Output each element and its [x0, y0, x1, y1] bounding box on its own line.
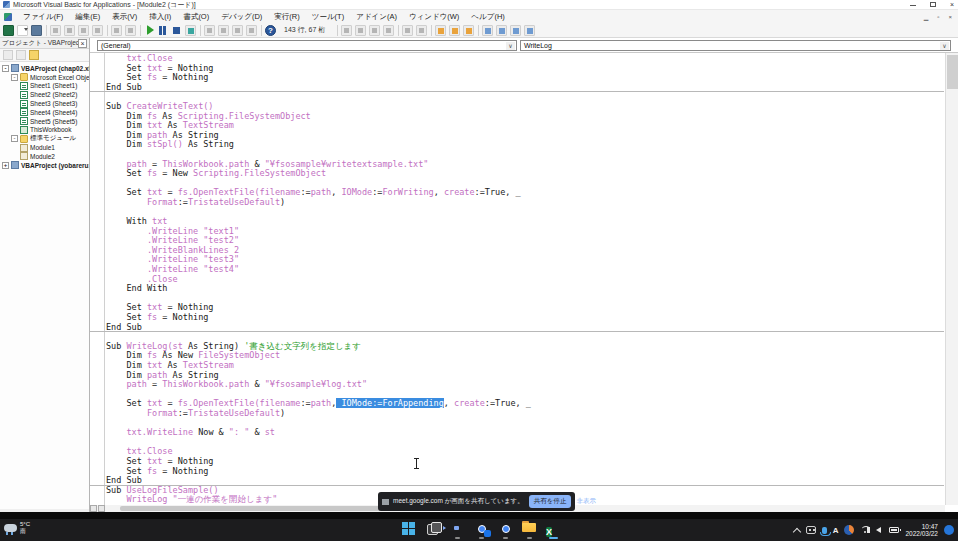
bookmark-next-icon[interactable] — [496, 25, 507, 36]
code-line[interactable] — [106, 208, 944, 218]
file-explorer-button[interactable] — [522, 521, 537, 536]
menu-item[interactable]: 挿入(I) — [143, 10, 177, 23]
design-mode-icon[interactable] — [185, 25, 196, 36]
child-restore-button[interactable]: ▫ — [937, 14, 939, 20]
cut-icon[interactable] — [50, 25, 61, 36]
outdent-icon[interactable] — [416, 25, 427, 36]
code-editor[interactable]: txt.Close Set txt = Nothing Set fs = Not… — [90, 53, 945, 505]
code-line[interactable]: End With — [106, 284, 944, 294]
code-line[interactable]: .WriteLine "test4" — [106, 265, 944, 275]
procedure-dropdown[interactable]: WriteLog ∨ — [520, 40, 951, 51]
ime-mode-indicator[interactable]: A — [833, 526, 839, 535]
find-icon[interactable] — [92, 25, 103, 36]
taskbar-clock[interactable]: 10:47 2022/03/22 — [905, 523, 938, 538]
menu-item[interactable]: アドイン(A) — [350, 10, 403, 23]
hide-button[interactable]: 非表示 — [576, 497, 596, 506]
tree-item-vbaproject-chap02-xl[interactable]: -VBAProject (chap02.xl — [0, 64, 89, 73]
tree-item-vbaproject-yobareru[interactable]: +VBAProject (yobareru: — [0, 161, 89, 170]
tree-item-[interactable]: -標準モジュール — [0, 134, 89, 143]
restore-button[interactable] — [930, 0, 936, 10]
menu-item[interactable]: 表示(V) — [106, 10, 143, 23]
code-line[interactable]: Set fs = Nothing — [106, 467, 944, 477]
indent-icon[interactable] — [402, 25, 413, 36]
code-line[interactable]: Dim stSpl() As String — [106, 140, 944, 150]
paste-icon[interactable] — [78, 25, 89, 36]
uncomment-block-icon[interactable] — [463, 25, 474, 36]
tree-item-thisworkbook[interactable]: ThisWorkbook — [0, 126, 89, 135]
code-line[interactable]: Set fs = Nothing — [106, 313, 944, 323]
taskbar-weather-widget[interactable]: 5°C 雨 — [4, 521, 30, 535]
project-explorer-icon[interactable] — [204, 25, 215, 36]
code-line[interactable]: Dim txt As TextStream — [106, 121, 944, 131]
chat-app-button[interactable] — [450, 521, 465, 536]
menu-item[interactable]: 書式(O) — [177, 10, 215, 23]
child-close-button[interactable]: × — [948, 14, 952, 20]
toolbox-icon[interactable] — [246, 25, 257, 36]
code-line[interactable]: txt.WriteLine Now & ": " & st — [106, 428, 944, 438]
tree-item-sheet2-sheet2[interactable]: Sheet2 (Sheet2) — [0, 90, 89, 99]
chrome-sharing-button[interactable] — [474, 521, 489, 536]
code-line[interactable] — [106, 294, 944, 304]
menu-item[interactable]: ファイル(F) — [17, 10, 69, 23]
collapse-icon[interactable]: - — [11, 135, 18, 142]
battery-icon[interactable] — [889, 527, 899, 533]
code-margin[interactable] — [90, 53, 105, 505]
start-button[interactable] — [402, 521, 417, 536]
bookmark-prev-icon[interactable] — [510, 25, 521, 36]
quick-info-icon[interactable] — [355, 25, 366, 36]
code-line[interactable]: Dim txt As TextStream — [106, 361, 944, 371]
notification-badge[interactable] — [944, 525, 954, 535]
tray-browser-icon[interactable] — [844, 525, 854, 535]
tree-item-sheet3-sheet3[interactable]: Sheet3 (Sheet3) — [0, 99, 89, 108]
toggle-breakpoint-icon[interactable] — [435, 25, 446, 36]
bookmark-toggle-icon[interactable] — [482, 25, 493, 36]
split-view-button[interactable] — [90, 505, 97, 512]
vertical-scrollbar-thumb[interactable] — [947, 55, 958, 89]
save-icon[interactable] — [31, 25, 42, 36]
parameter-info-icon[interactable] — [369, 25, 380, 36]
task-view-button[interactable] — [426, 521, 441, 536]
menu-item[interactable]: ウィンドウ(W) — [403, 10, 465, 23]
tree-item-sheet1-sheet1[interactable]: Sheet1 (Sheet1) — [0, 82, 89, 91]
close-button[interactable]: × — [950, 0, 954, 10]
menu-item[interactable]: ツール(T) — [306, 10, 350, 23]
break-icon[interactable] — [157, 25, 168, 36]
microphone-icon[interactable] — [822, 527, 827, 534]
collapse-icon[interactable]: - — [11, 74, 18, 81]
code-line[interactable]: Set fs = Nothing — [106, 73, 944, 83]
code-line[interactable]: Set txt = Nothing — [106, 303, 944, 313]
object-dropdown[interactable]: (General) ∨ — [97, 40, 517, 51]
stop-sharing-button[interactable]: 共有を停止 — [529, 495, 572, 508]
menu-item[interactable]: 編集(E) — [69, 10, 106, 23]
code-line[interactable]: txt.Close — [106, 54, 944, 64]
properties-window-icon[interactable] — [218, 25, 229, 36]
excel-button[interactable]: X — [546, 521, 561, 536]
code-line[interactable]: Format:=TristateUseDefault) — [106, 409, 944, 419]
expand-icon[interactable]: + — [2, 162, 9, 169]
list-properties-icon[interactable] — [341, 25, 352, 36]
code-line[interactable] — [106, 438, 944, 448]
redo-icon[interactable] — [125, 25, 136, 36]
speaker-icon[interactable] — [876, 527, 881, 533]
menu-item[interactable]: ヘルプ(H) — [465, 10, 510, 23]
code-line[interactable]: Set txt = Nothing — [106, 457, 944, 467]
menu-item[interactable]: 実行(R) — [268, 10, 305, 23]
tree-item-sheet4-sheet4[interactable]: Sheet4 (Sheet4) — [0, 108, 89, 117]
insert-userform-icon[interactable] — [17, 25, 28, 36]
toggle-folders-icon[interactable] — [29, 50, 39, 60]
undo-icon[interactable] — [111, 25, 122, 36]
vertical-scrollbar[interactable] — [945, 53, 958, 505]
chevron-down-icon[interactable]: ∨ — [940, 42, 949, 50]
chevron-down-icon[interactable]: ∨ — [506, 42, 515, 50]
menu-item[interactable]: デバッグ(D) — [215, 10, 268, 23]
view-code-icon[interactable] — [3, 50, 13, 60]
comment-block-icon[interactable] — [449, 25, 460, 36]
help-icon[interactable]: ? — [265, 25, 276, 36]
tree-item-sheet5-sheet5[interactable]: Sheet5 (Sheet5) — [0, 117, 89, 126]
bookmark-clear-icon[interactable] — [524, 25, 535, 36]
code-line[interactable]: End Sub — [90, 83, 944, 93]
child-minimize-button[interactable]: ▁ — [924, 13, 929, 20]
full-view-button[interactable] — [98, 505, 105, 512]
tray-overflow-chevron-icon[interactable] — [792, 527, 800, 535]
chrome-button[interactable] — [498, 521, 513, 536]
